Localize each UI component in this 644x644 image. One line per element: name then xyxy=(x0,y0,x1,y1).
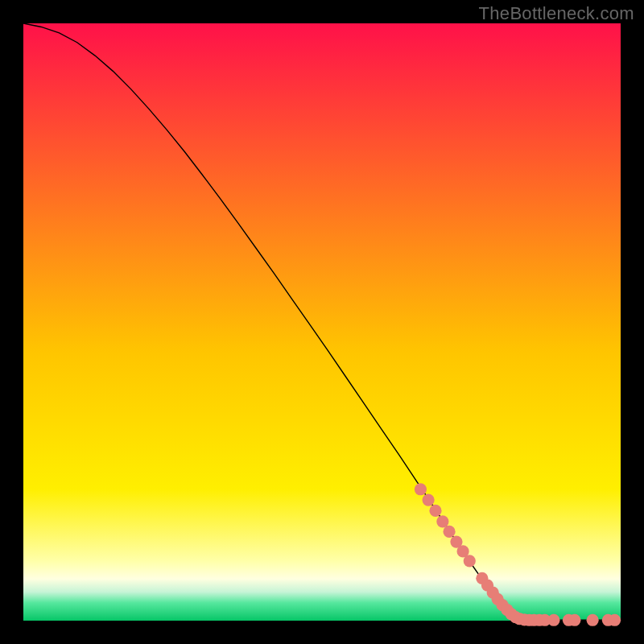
data-dot xyxy=(422,494,434,506)
chart-frame: TheBottleneck.com xyxy=(0,0,644,644)
data-dot xyxy=(436,515,448,527)
chart-svg xyxy=(23,23,621,621)
data-dot xyxy=(587,614,599,626)
data-dot xyxy=(609,614,621,626)
data-dot xyxy=(443,526,455,538)
watermark-text: TheBottleneck.com xyxy=(479,3,634,24)
data-dot xyxy=(547,614,559,626)
data-dot xyxy=(464,555,476,567)
data-dot xyxy=(415,483,427,495)
gradient-background xyxy=(23,23,621,621)
data-dot xyxy=(568,614,580,626)
data-dot xyxy=(429,505,441,517)
plot-area xyxy=(23,23,621,621)
